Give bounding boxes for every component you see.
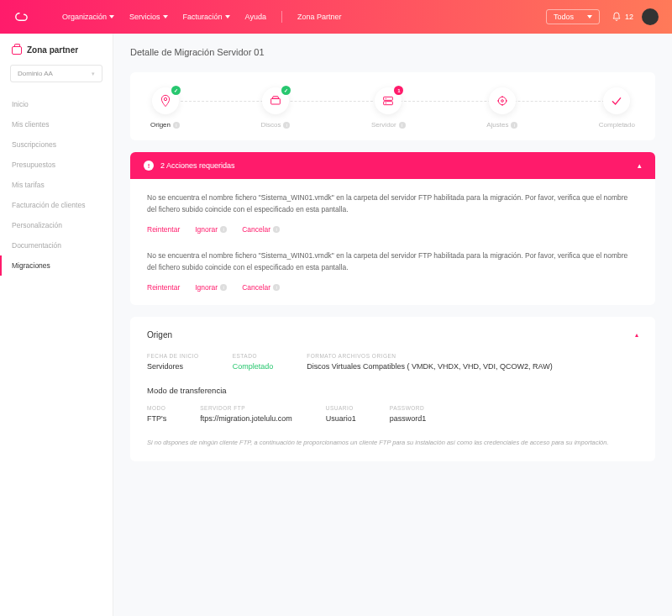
stepper: ✓ Origeni ✓ Discosi 1 Servido [130,72,655,140]
chevron-down-icon [163,15,168,18]
ignore-button[interactable]: Ignorari [195,283,227,292]
footnote: Si no dispones de ningún cliente FTP, a … [147,438,638,447]
step-discos[interactable]: ✓ Discosi [260,87,290,129]
retry-button[interactable]: Reintentar [147,225,180,234]
check-icon: ✓ [171,86,181,95]
detail-label: FORMATO ARCHIVOS ORIGEN [307,353,553,359]
domain-select[interactable]: Dominio AA ▾ [10,65,102,82]
panel-title: Origen [147,330,172,340]
detail-label: ESTADO [233,353,274,359]
sidebar-item-migraciones[interactable]: Migraciones [0,255,113,276]
nav-zona-partner[interactable]: Zona Partner [297,13,342,21]
step-origen[interactable]: ✓ Origeni [150,87,180,129]
briefcase-icon [12,46,22,55]
logo[interactable] [13,9,37,24]
main-content: Detalle de Migración Servidor 01 ✓ Orige… [113,34,672,616]
warning-icon: ! [144,161,154,171]
collapse-toggle[interactable]: ▴ [635,331,638,339]
info-icon: i [220,226,227,233]
detail-value: Completado [233,362,274,371]
detail-value: FTP's [147,414,166,423]
detail-label: FECHA DE INICIO [147,353,199,359]
svg-point-6 [498,97,506,104]
detail-value: Servidores [147,362,199,371]
sidebar-item-facturacion[interactable]: Facturación de clientes [0,195,113,215]
detail-value: password1 [390,414,427,423]
subheading: Modo de transferencia [147,386,638,395]
detail-value: Usuario1 [326,414,356,423]
sidebar-item-tarifas[interactable]: Mis tarifas [0,175,113,195]
cancel-button[interactable]: Cancelari [242,283,280,292]
sidebar-item-presupuestos[interactable]: Presupuestos [0,155,113,175]
step-servidor[interactable]: 1 Servidori [371,87,406,129]
detail-value: ftps://migration.jotelulu.com [200,414,292,423]
svg-point-0 [164,97,166,100]
alert-panel: ! 2 Acciones requeridas ▴ No se encuentr… [130,152,655,305]
top-header: Organización Servicios Facturación Ayuda… [0,0,672,34]
nav-servicios[interactable]: Servicios [129,13,168,21]
sidebar: Zona partner Dominio AA ▾ Inicio Mis cli… [0,34,113,616]
nav-facturacion[interactable]: Facturación [183,13,230,21]
bell-icon [612,12,622,22]
chevron-down-icon [109,15,114,18]
sidebar-title: Zona partner [0,45,113,65]
alert-message: No se encuentra el nombre fichero "Siste… [147,250,638,273]
info-icon: i [273,284,280,291]
svg-rect-3 [384,102,393,105]
step-ajustes[interactable]: Ajustesi [486,87,517,129]
detail-label: MODO [147,405,166,411]
svg-rect-1 [271,98,281,104]
alert-header: ! 2 Acciones requeridas ▴ [130,152,655,179]
chevron-down-icon [587,15,592,18]
detail-label: SERVIDOR FTP [200,405,292,411]
divider [281,11,282,23]
svg-point-5 [386,103,386,103]
origin-panel: Origen ▴ FECHA DE INICIO Servidores ESTA… [130,317,655,461]
info-icon: i [399,122,406,129]
info-icon: i [273,226,280,233]
sidebar-item-documentacion[interactable]: Documentación [0,235,113,255]
notifications-button[interactable]: 12 [612,12,633,22]
nav-ayuda[interactable]: Ayuda [245,13,266,21]
disk-icon [269,94,282,108]
avatar[interactable] [642,8,659,25]
check-icon [610,94,623,108]
sidebar-item-clientes[interactable]: Mis clientes [0,114,113,134]
sidebar-item-inicio[interactable]: Inicio [0,94,113,114]
collapse-toggle[interactable]: ▴ [638,161,642,170]
filter-dropdown[interactable]: Todos [546,9,600,24]
nav-organizacion[interactable]: Organización [62,13,114,21]
svg-point-4 [386,98,386,99]
detail-label: PASSWORD [390,405,427,411]
pin-icon [159,94,172,108]
sidebar-item-suscripciones[interactable]: Suscripciones [0,134,113,155]
info-icon: i [511,122,517,129]
ignore-button[interactable]: Ignorari [195,225,227,234]
svg-rect-2 [384,97,393,100]
page-title: Detalle de Migración Servidor 01 [130,47,655,57]
cancel-button[interactable]: Cancelari [242,225,280,234]
sidebar-item-personalizacion[interactable]: Personalización [0,215,113,235]
settings-icon [496,94,509,108]
info-icon: i [220,284,227,291]
detail-label: USUARIO [326,405,356,411]
retry-button[interactable]: Reintentar [147,283,180,292]
step-completado[interactable]: Completado [599,87,635,129]
info-icon: i [283,122,290,129]
check-icon: ✓ [281,86,291,95]
chevron-down-icon [225,15,230,18]
alert-message: No se encuentra el nombre fichero "Siste… [147,192,638,215]
info-icon: i [173,122,180,129]
server-icon [381,94,395,108]
detail-value: Discos Virtuales Compatibles ( VMDK, VHD… [307,362,553,371]
notif-count: 12 [625,13,633,21]
svg-point-7 [501,100,503,103]
error-badge: 1 [394,86,403,95]
